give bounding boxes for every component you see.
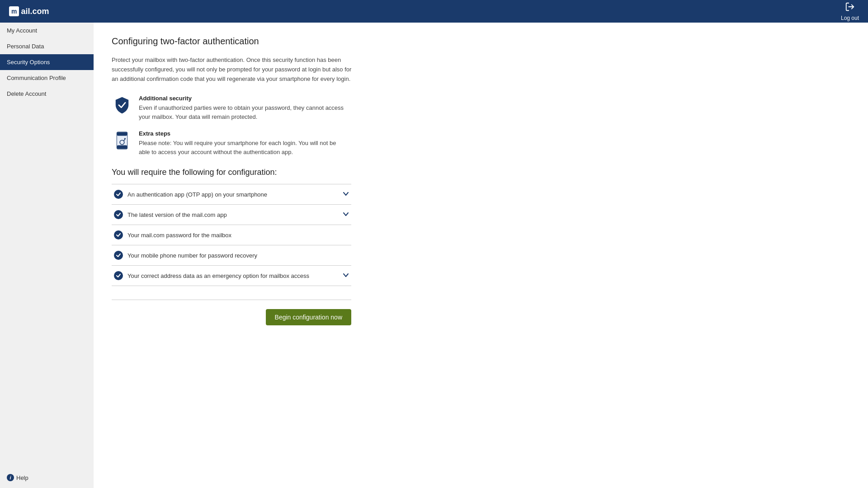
power-icon [845,2,855,14]
svg-rect-3 [117,132,127,136]
sidebar-item-delete-account[interactable]: Delete Account [0,86,94,102]
check-icon-password [114,230,123,239]
config-heading: You will require the following for confi… [112,168,850,177]
help-icon: i [7,474,14,481]
config-item-phone[interactable]: Your mobile phone number for password re… [112,245,351,266]
svg-rect-4 [117,145,127,149]
help-link[interactable]: i Help [7,474,87,481]
logo-text: ail.com [21,7,49,16]
sidebar-item-security-options[interactable]: Security Options [0,54,94,70]
begin-configuration-button[interactable]: Begin configuration now [266,309,351,325]
shield-icon [112,95,132,115]
intro-description: Protect your mailbox with two-factor aut… [112,56,356,84]
logo: m ail.com [9,6,49,16]
config-item-otp-text: An authentication app (OTP app) on your … [127,191,267,198]
config-list: An authentication app (OTP app) on your … [112,184,351,286]
sidebar-item-personal-data[interactable]: Personal Data [0,38,94,54]
sidebar-item-my-account[interactable]: My Account [0,23,94,38]
logout-label: Log out [841,15,859,21]
check-icon-phone [114,251,123,260]
logout-button[interactable]: Log out [841,2,859,21]
chevron-down-icon-otp [343,191,349,198]
chevron-down-icon-address [343,272,349,280]
check-icon-mail [114,210,123,219]
config-item-phone-text: Your mobile phone number for password re… [127,252,257,259]
extra-steps-heading: Extra steps [139,130,347,137]
additional-security-heading: Additional security [139,95,347,102]
logo-box: m [9,6,19,16]
sidebar-item-communication-profile[interactable]: Communication Profile [0,70,94,86]
feature-additional-security: Additional security Even if unauthorized… [112,95,850,121]
page-title: Configuring two-factor authentication [112,36,850,47]
config-item-otp-left: An authentication app (OTP app) on your … [114,190,267,199]
page-layout: My Account Personal Data Security Option… [0,23,868,488]
button-row: Begin configuration now [112,300,351,325]
config-item-password[interactable]: Your mail.com password for the mailbox [112,225,351,245]
header: m ail.com Log out [0,0,868,23]
config-item-mail-app[interactable]: The latest version of the mail.com app [112,205,351,225]
additional-security-description: Even if unauthorized parties were to obt… [139,103,347,121]
phone-key-icon [112,130,132,150]
config-item-password-text: Your mail.com password for the mailbox [127,232,231,239]
config-item-mail-text: The latest version of the mail.com app [127,211,227,218]
extra-steps-description: Please note: You will require your smart… [139,139,347,156]
help-label: Help [16,474,28,481]
sidebar: My Account Personal Data Security Option… [0,23,94,488]
extra-steps-text: Extra steps Please note: You will requir… [139,130,347,156]
config-item-mail-left: The latest version of the mail.com app [114,210,227,219]
main-content: Configuring two-factor authentication Pr… [94,23,868,488]
config-item-address[interactable]: Your correct address data as an emergenc… [112,266,351,286]
config-item-password-left: Your mail.com password for the mailbox [114,230,231,239]
feature-extra-steps: Extra steps Please note: You will requir… [112,130,850,156]
config-item-address-text: Your correct address data as an emergenc… [127,272,309,279]
chevron-down-icon-mail [343,211,349,219]
config-item-phone-left: Your mobile phone number for password re… [114,251,257,260]
config-item-address-left: Your correct address data as an emergenc… [114,271,309,280]
check-icon-address [114,271,123,280]
config-item-otp-app[interactable]: An authentication app (OTP app) on your … [112,184,351,205]
additional-security-text: Additional security Even if unauthorized… [139,95,347,121]
check-icon-otp [114,190,123,199]
